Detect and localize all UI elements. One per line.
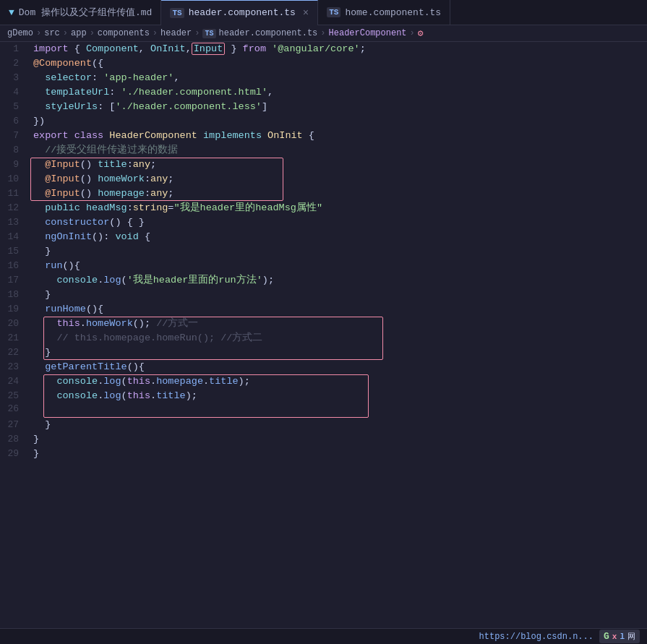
line-content-3: selector: 'app-header', <box>30 71 647 85</box>
line-content-16: run(){ <box>30 259 647 273</box>
line-content-5: styleUrls: ['./header.component.less'] <box>30 100 647 114</box>
line-number-10: 10 <box>0 173 30 184</box>
line-content-9: @Input() title:any; <box>30 158 647 172</box>
code-line-9: 9 @Input() title:any; <box>0 158 647 172</box>
code-line-18: 18 } <box>0 288 647 302</box>
tab-close-icon[interactable]: × <box>303 7 309 19</box>
code-line-29: 29} <box>0 447 647 461</box>
line-number-29: 29 <box>0 448 30 459</box>
bc-sep5: › <box>194 28 200 38</box>
line-content-29: } <box>30 447 647 461</box>
line-number-16: 16 <box>0 260 30 271</box>
code-line-15: 15 } <box>0 244 647 259</box>
logo-x: x <box>612 632 617 641</box>
bc-ts-icon: TS <box>202 29 215 38</box>
bc-components[interactable]: components <box>98 28 150 38</box>
tab-md-label: Dom 操作以及父子组件传值.md <box>19 6 153 19</box>
code-area: 1import { Component, OnInit,Input } from… <box>0 42 647 626</box>
bc-sep7: › <box>410 28 415 38</box>
ts-icon-home: TS <box>327 7 340 17</box>
bc-app[interactable]: app <box>71 28 87 38</box>
bc-gear-icon: ⚙ <box>418 27 424 39</box>
line-content-25: console.log(this.title); <box>30 389 647 403</box>
line-content-4: templateUrl: './header.component.html', <box>30 85 647 100</box>
input-highlight: Input <box>192 43 226 55</box>
tab-header-label: header.component.ts <box>189 7 296 18</box>
line-number-13: 13 <box>0 217 30 228</box>
code-line-23: 23 getParentTitle(){ <box>0 360 647 374</box>
line-number-28: 28 <box>0 434 30 445</box>
line-number-20: 20 <box>0 318 30 329</box>
line-content-1: import { Component, OnInit,Input } from … <box>30 42 647 56</box>
line-number-17: 17 <box>0 275 30 285</box>
bc-filename[interactable]: header.component.ts <box>219 28 318 38</box>
line-content-27: } <box>30 418 647 432</box>
code-line-24: 24 console.log(this.homepage.title); <box>0 374 647 389</box>
code-line-26: 26 <box>0 403 647 418</box>
line-number-23: 23 <box>0 361 30 372</box>
line-content-28: } <box>30 432 647 447</box>
line-content-2: @Component({ <box>30 56 647 71</box>
code-line-25: 25 console.log(this.title); <box>0 389 647 403</box>
line-content-14: ngOnInit(): void { <box>30 230 647 244</box>
code-line-4: 4 templateUrl: './header.component.html'… <box>0 85 647 100</box>
line-number-8: 8 <box>0 145 30 155</box>
code-line-3: 3 selector: 'app-header', <box>0 71 647 85</box>
line-content-19: runHome(){ <box>30 302 647 317</box>
line-number-1: 1 <box>0 43 30 54</box>
line-content-6: }) <box>30 114 647 129</box>
code-line-6: 6}) <box>0 114 647 129</box>
line-number-7: 7 <box>0 130 30 141</box>
logo-l: l <box>620 632 625 641</box>
code-line-11: 11 @Input() homepage:any; <box>0 186 647 201</box>
bc-sep6: › <box>320 28 325 38</box>
line-number-22: 22 <box>0 347 30 358</box>
line-number-12: 12 <box>0 202 30 213</box>
line-number-3: 3 <box>0 72 30 83</box>
bc-class[interactable]: HeaderComponent <box>329 28 407 38</box>
logo-g: G <box>604 631 609 642</box>
line-content-15: } <box>30 244 647 259</box>
tab-md[interactable]: ▼ Dom 操作以及父子组件传值.md <box>0 0 161 25</box>
code-line-2: 2@Component({ <box>0 56 647 71</box>
line-number-9: 9 <box>0 159 30 170</box>
code-line-17: 17 console.log('我是header里面的run方法'); <box>0 273 647 288</box>
line-number-18: 18 <box>0 289 30 300</box>
line-content-12: public headMsg:string="我是header里的headMsg… <box>30 201 647 215</box>
code-line-1: 1import { Component, OnInit,Input } from… <box>0 42 647 56</box>
line-content-18: } <box>30 288 647 302</box>
tab-header-component[interactable]: TS header.component.ts × <box>161 0 318 25</box>
tab-home-label: home.component.ts <box>345 7 441 18</box>
line-number-25: 25 <box>0 390 30 401</box>
line-number-27: 27 <box>0 419 30 430</box>
line-content-11: @Input() homepage:any; <box>30 186 647 201</box>
code-line-7: 7export class HeaderComponent implements… <box>0 129 647 143</box>
line-content-13: constructor() { } <box>30 215 647 230</box>
line-number-2: 2 <box>0 58 30 69</box>
code-line-21: 21 // this.homepage.homeRun(); //方式二 <box>0 331 647 345</box>
line-number-24: 24 <box>0 376 30 387</box>
bc-src[interactable]: src <box>44 28 60 38</box>
line-content-10: @Input() homeWork:any; <box>30 172 647 186</box>
bc-gDemo[interactable]: gDemo <box>7 28 33 38</box>
bc-sep4: › <box>153 28 158 38</box>
bc-sep1: › <box>36 28 41 38</box>
code-line-13: 13 constructor() { } <box>0 215 647 230</box>
code-line-16: 16 run(){ <box>0 259 647 273</box>
ts-icon-header: TS <box>170 8 184 18</box>
bc-header[interactable]: header <box>160 28 192 38</box>
code-line-14: 14 ngOnInit(): void { <box>0 230 647 244</box>
status-logo: Gxl网 <box>599 630 640 643</box>
line-number-19: 19 <box>0 304 30 314</box>
status-bar: https://blog.csdn.n... Gxl网 <box>0 628 647 644</box>
logo-text: 网 <box>627 631 635 642</box>
code-line-22: 22 } <box>0 345 647 360</box>
tab-home-component[interactable]: TS home.component.ts <box>318 0 450 25</box>
line-content-22: } <box>30 345 647 360</box>
tab-bar: ▼ Dom 操作以及父子组件传值.md TS header.component.… <box>0 0 647 25</box>
line-content-21: // this.homepage.homeRun(); //方式二 <box>30 331 647 345</box>
code-line-12: 12 public headMsg:string="我是header里的head… <box>0 201 647 215</box>
status-url: https://blog.csdn.n... <box>479 632 594 642</box>
line-number-14: 14 <box>0 231 30 242</box>
line-content-17: console.log('我是header里面的run方法'); <box>30 273 647 288</box>
